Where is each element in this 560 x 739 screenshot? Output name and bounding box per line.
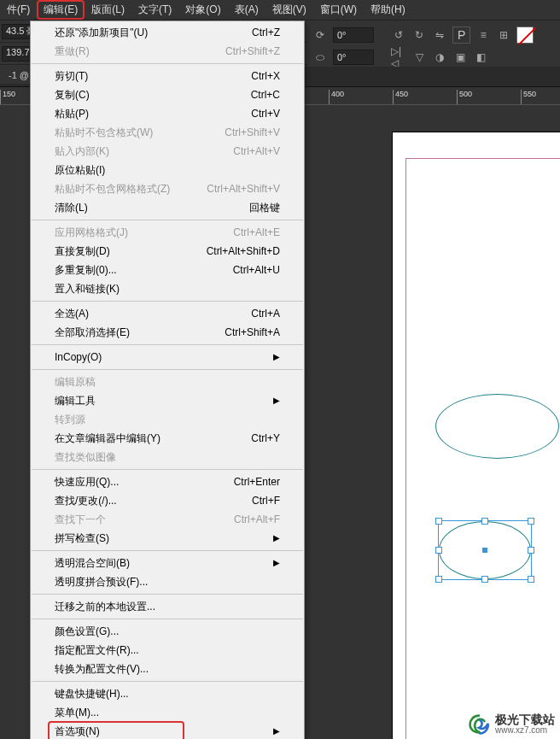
selection-handle[interactable] [528,547,534,554]
chevron-right-icon: ▶ [273,531,280,545]
menu-item[interactable]: 直接复制(D)Ctrl+Alt+Shift+D [31,242,304,261]
selection-handle[interactable] [528,518,534,525]
menu-item: 编辑原稿 [31,372,304,391]
flip-h2-icon[interactable]: ▽ [411,50,427,65]
selected-object[interactable] [439,521,531,579]
menu-item-shortcut: Ctrl+Shift+Z [225,44,280,58]
corner-icon[interactable]: ◧ [473,50,488,65]
selection-handle[interactable] [435,547,442,554]
menu-view[interactable]: 视图(V) [265,0,313,20]
menu-separator [32,469,303,470]
menu-item-label: 原位粘贴(I) [55,163,105,177]
rotate-cw-icon[interactable]: ↻ [411,27,427,43]
menu-item-label: 多重复制(0)... [55,263,117,277]
menu-item[interactable]: 多重复制(0)...Ctrl+Alt+U [31,261,304,279]
menu-item-label: 全选(A) [55,307,89,320]
menu-item-shortcut: Ctrl+V [251,107,280,120]
menu-window[interactable]: 窗口(W) [313,0,364,20]
menu-separator [32,301,303,302]
menu-item[interactable]: 透明混合空间(B)▶ [31,554,304,572]
menu-item-shortcut: Ctrl+Alt+E [233,226,280,239]
menu-item-label: 快速应用(Q)... [55,475,119,489]
menu-item[interactable]: 全部取消选择(E)Ctrl+Shift+A [31,323,304,342]
menu-item[interactable]: 剪切(T)Ctrl+X [31,67,304,85]
shear-icon[interactable]: ⬭ [312,50,328,65]
selection-handle[interactable] [481,576,488,583]
menu-item[interactable]: 菜单(M)... [31,703,304,722]
selection-handle[interactable] [435,576,442,583]
rotate-ccw-icon[interactable]: ↺ [391,27,406,43]
menu-help[interactable]: 帮助(H) [364,0,412,20]
menu-item-shortcut: Ctrl+F [252,494,280,507]
menu-item[interactable]: 原位粘贴(I) [31,161,304,179]
menu-object[interactable]: 对象(O) [178,0,227,20]
rotate-field[interactable]: 0° [333,27,374,43]
menu-item-label: 全部取消选择(E) [55,326,130,339]
watermark-title: 极光下载站 [495,713,555,726]
menu-file[interactable]: 件(F) [0,0,37,20]
align-icon[interactable]: ≡ [475,27,491,43]
menu-item[interactable]: 全选(A)Ctrl+A [31,304,304,323]
menu-item[interactable]: 粘贴(P)Ctrl+V [31,104,304,123]
paragraph-style-icon[interactable]: P [452,26,470,44]
menu-item[interactable]: 迁移之前的本地设置... [31,597,304,616]
fill-none-swatch[interactable] [516,26,534,44]
menu-item-label: 转到源 [55,413,85,426]
menu-item[interactable]: 复制(C)Ctrl+C [31,85,304,104]
menu-item[interactable]: 首选项(N)▶ [31,722,304,739]
chevron-right-icon: ▶ [273,394,280,408]
ruler-tick: 150 [0,90,15,105]
ellipse-shape-1[interactable] [435,394,559,459]
watermark: 极光下载站 www.xz7.com [468,713,555,736]
menu-item[interactable]: 置入和链接(K) [31,279,304,298]
menu-edit[interactable]: 编辑(E) [37,0,85,20]
distribute-icon[interactable]: ⊞ [496,27,511,43]
menu-separator [32,681,303,682]
menu-item[interactable]: 透明度拼合预设(F)... [31,572,304,591]
menu-item[interactable]: 在文章编辑器中编辑(Y)Ctrl+Y [31,429,304,448]
menu-item-shortcut: Ctrl+Alt+F [234,513,280,526]
menu-item-label: 复制(C) [55,88,90,102]
selection-handle[interactable] [481,518,488,525]
menu-item-label: 重做(R) [55,44,90,58]
menu-layout[interactable]: 版面(L) [85,0,131,20]
menu-item-label: 还原"添加新项目"(U) [55,26,148,39]
menu-item[interactable]: 查找/更改(/)...Ctrl+F [31,491,304,510]
edit-menu-dropdown: 还原"添加新项目"(U)Ctrl+Z重做(R)Ctrl+Shift+Z剪切(T)… [30,21,305,739]
menu-item[interactable]: InCopy(O)▶ [31,348,304,367]
menu-item-shortcut: Ctrl+Y [251,431,280,445]
menu-item[interactable]: 还原"添加新项目"(U)Ctrl+Z [31,23,304,42]
menu-item[interactable]: 转换为配置文件(V)... [31,660,304,678]
ruler-tick: 400 [329,90,344,105]
menu-separator [32,369,303,370]
menu-item-label: 在文章编辑器中编辑(Y) [55,431,160,445]
menu-item[interactable]: 清除(L)回格键 [31,198,304,217]
menu-item-label: 置入和链接(K) [55,282,120,296]
shear-field[interactable]: 0° [333,50,374,65]
menu-text[interactable]: 文字(T) [131,0,178,20]
menu-item[interactable]: 快速应用(Q)...Ctrl+Enter [31,472,304,491]
menu-item[interactable]: 拼写检查(S)▶ [31,529,304,548]
rotate-icon[interactable]: ⟳ [312,27,328,43]
menu-item-shortcut: 回格键 [249,201,280,214]
selection-handle[interactable] [528,576,534,583]
flip-h-icon[interactable]: ⇋ [432,27,447,43]
chevron-right-icon: ▶ [273,724,280,738]
menu-item: 查找下一个Ctrl+Alt+F [31,510,304,529]
menu-table[interactable]: 表(A) [228,0,265,20]
selection-center[interactable] [482,548,487,553]
menu-item[interactable]: 指定配置文件(R)... [31,641,304,660]
menu-item[interactable]: 颜色设置(G)... [31,622,304,641]
menu-item[interactable]: 编辑工具▶ [31,391,304,410]
menu-item-label: 透明混合空间(B) [55,556,130,570]
selection-handle[interactable] [435,518,442,525]
menu-item[interactable]: 键盘快捷键(H)... [31,684,304,703]
wrap-icon[interactable]: ▣ [452,50,468,65]
logo-icon [468,713,490,736]
menu-item-shortcut: Ctrl+Shift+V [225,126,280,139]
menu-item-label: 编辑工具 [55,394,96,408]
chevron-right-icon: ▶ [273,556,280,570]
effects-icon[interactable]: ◑ [432,50,447,65]
menu-item: 转到源 [31,410,304,429]
flip-v-icon[interactable]: ▷|◁ [391,50,406,65]
